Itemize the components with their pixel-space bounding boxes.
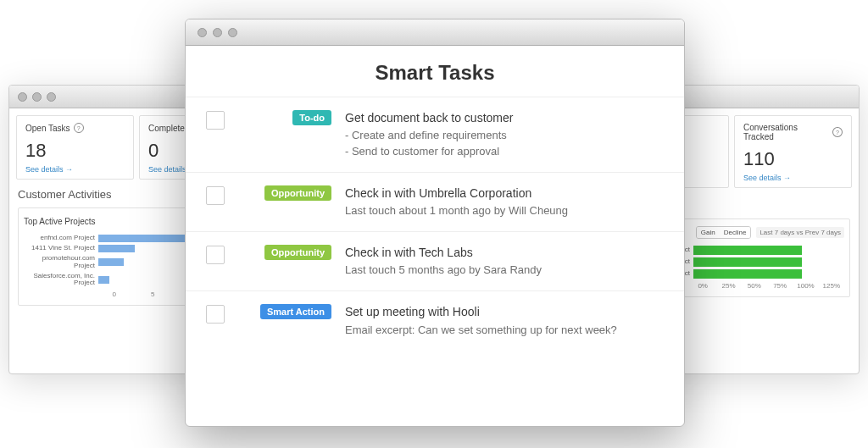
segment-gain[interactable]: Gain (697, 227, 720, 238)
axis-tick: 25% (715, 282, 741, 290)
axis-tick: 5 (134, 290, 173, 298)
tag-smart-action: Smart Action (260, 304, 331, 319)
task-title: Check in with Umbrella Corporation (345, 185, 669, 202)
segmented-control[interactable]: Gain Decline (696, 226, 752, 239)
page-title: Smart Tasks (186, 61, 684, 85)
chart-bar (98, 245, 135, 252)
stat-value: 110 (743, 148, 843, 170)
stat-value: 18 (25, 140, 125, 162)
chart-bar (98, 258, 124, 266)
chart-bar (98, 276, 109, 284)
task-title: Get document back to customer (345, 109, 669, 126)
chart-bar (693, 269, 802, 279)
stat-label-text: Open Tasks (25, 124, 70, 133)
see-details-link[interactable]: See details → (25, 165, 125, 174)
task-row: Opportunity Check in with Tech Labs Last… (186, 231, 684, 290)
tag-todo: To-do (292, 110, 331, 125)
stat-label: Conversations Tracked ? (743, 123, 843, 141)
task-title: Set up meeting with Hooli (345, 303, 669, 320)
task-checkbox[interactable] (206, 246, 225, 264)
chart-bar (693, 257, 802, 267)
stat-label-text: Conversations Tracked (743, 123, 829, 141)
task-body: Set up meeting with Hooli Email excerpt:… (345, 303, 669, 338)
help-icon[interactable]: ? (832, 127, 843, 137)
window-control-dot (213, 28, 222, 37)
task-row: Smart Action Set up meeting with Hooli E… (186, 290, 684, 350)
chart-bar (693, 246, 802, 255)
window-titlebar (186, 19, 684, 46)
window-control-dot (47, 92, 56, 102)
chart-row-label: enfnd.com Project (24, 235, 98, 242)
window-control-dot (18, 92, 27, 102)
axis-tick: 100% (793, 282, 818, 290)
axis-tick: 0 (95, 290, 134, 298)
help-icon[interactable]: ? (74, 123, 84, 133)
date-range-label: Last 7 days vs Prev 7 days (756, 227, 844, 238)
task-body: Check in with Tech Labs Last touch 5 mon… (345, 244, 669, 279)
segment-decline[interactable]: Decline (720, 227, 751, 238)
axis-tick: 0% (690, 282, 715, 290)
task-subtext: Last touch about 1 month ago by Will Che… (345, 203, 669, 219)
task-title: Check in with Tech Labs (345, 244, 669, 261)
stat-open-tasks: Open Tasks ? 18 See details → (16, 115, 134, 180)
chart-row-label: 1411 Vine St. Project (24, 245, 98, 252)
chart-title: Top Active Projects (24, 217, 95, 226)
task-body: Get document back to customer - Create a… (345, 109, 669, 160)
tag-opportunity: Opportunity (264, 245, 331, 260)
task-row: To-do Get document back to customer - Cr… (186, 97, 684, 172)
window-control-dot (228, 28, 237, 37)
task-body: Check in with Umbrella Corporation Last … (345, 185, 669, 219)
task-subtext: - Create and define requirements (345, 128, 669, 144)
task-checkbox[interactable] (206, 305, 225, 324)
task-subtext: Last touch 5 months ago by Sara Randy (345, 263, 669, 279)
tag-opportunity: Opportunity (264, 185, 331, 201)
chart-row-label: promotehour.com Project (24, 255, 98, 270)
task-subtext: Email excerpt: Can we set something up f… (345, 323, 669, 339)
task-row: Opportunity Check in with Umbrella Corpo… (186, 172, 684, 231)
window-control-dot (32, 92, 42, 102)
axis-tick: 50% (742, 282, 767, 290)
stat-conversations-tracked: Conversations Tracked ? 110 See details … (734, 115, 852, 188)
smart-tasks-window: Smart Tasks To-do Get document back to c… (185, 19, 685, 427)
axis-tick: 75% (767, 282, 793, 290)
stat-label: Open Tasks ? (25, 123, 125, 133)
chart-row-label: Salesforce.com, Inc. Project (24, 273, 98, 288)
task-checkbox[interactable] (206, 111, 225, 130)
window-control-dot (198, 28, 207, 37)
task-checkbox[interactable] (206, 186, 225, 205)
axis-tick: 125% (819, 282, 844, 290)
task-subtext: - Send to customer for approval (345, 144, 669, 160)
see-details-link[interactable]: See details → (743, 174, 843, 182)
